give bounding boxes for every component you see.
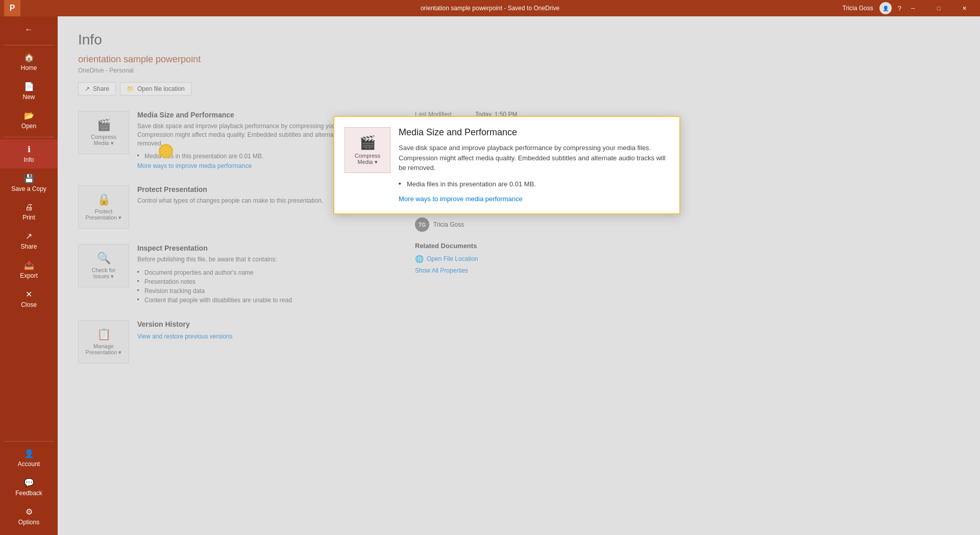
sidebar: ← 🏠 Home 📄 New 📂 Open ℹ Info 💾 S bbox=[0, 16, 58, 535]
titlebar-title: orientation sample powerpoint - Saved to… bbox=[421, 5, 559, 12]
last-modified-name: Tricia Goss bbox=[433, 221, 464, 228]
close-button[interactable]: ✕ bbox=[952, 0, 976, 16]
main-content: Info orientation sample powerpoint OneDr… bbox=[58, 16, 980, 535]
sidebar-item-share[interactable]: ↗ Share bbox=[0, 226, 58, 255]
inspect-bullet-3: Content that people with disabilities ar… bbox=[137, 296, 292, 305]
minimize-button[interactable]: ─ bbox=[901, 0, 925, 16]
file-location-label: Open File Location bbox=[427, 255, 478, 262]
protect-desc: Control what types of changes people can… bbox=[137, 197, 323, 205]
share-button[interactable]: ↗ Share bbox=[78, 82, 116, 95]
feedback-icon: 💬 bbox=[24, 478, 34, 488]
open-file-icon: 📁 bbox=[127, 85, 134, 92]
window-controls: ─ □ ✕ bbox=[901, 0, 976, 16]
sidebar-home-label: Home bbox=[20, 64, 37, 71]
sidebar-item-info[interactable]: ℹ Info bbox=[0, 139, 58, 168]
related-documents-section: Related Documents 🌐 Open File Location S… bbox=[415, 242, 568, 274]
sidebar-feedback-label: Feedback bbox=[15, 490, 42, 497]
titlebar: P orientation sample powerpoint - Saved … bbox=[0, 0, 980, 16]
share-btn-icon: ↗ bbox=[85, 85, 90, 92]
new-icon: 📄 bbox=[24, 82, 34, 91]
pointer-indicator bbox=[159, 144, 173, 158]
version-title: Version History bbox=[137, 320, 233, 328]
help-button[interactable]: ? bbox=[898, 5, 901, 12]
info-page: Info orientation sample powerpoint OneDr… bbox=[58, 16, 980, 535]
maximize-button[interactable]: □ bbox=[927, 0, 950, 16]
tooltip-bullets: Media files in this presentation are 0.0… bbox=[399, 179, 669, 189]
sidebar-item-export[interactable]: 📤 Export bbox=[0, 255, 58, 284]
compress-media-button[interactable]: 🎬 Compress Media ▾ bbox=[78, 111, 129, 154]
open-icon: 📂 bbox=[24, 111, 34, 120]
tooltip-description: Save disk space and improve playback per… bbox=[399, 143, 669, 173]
version-history-link[interactable]: View and restore previous versions bbox=[137, 333, 233, 340]
manage-icon: 📋 bbox=[97, 328, 111, 341]
version-history-section: 📋 Manage Presentation ▾ Version History … bbox=[78, 320, 395, 363]
action-buttons: ↗ Share 📁 Open file location bbox=[78, 82, 960, 95]
check-label: Check for Issues ▾ bbox=[91, 267, 115, 280]
inspect-bullet-2: Revision tracking data bbox=[137, 286, 292, 296]
protect-title: Protect Presentation bbox=[137, 185, 323, 193]
file-location-icon: 🌐 bbox=[415, 255, 424, 263]
manage-label: Manage Presentation ▾ bbox=[86, 343, 122, 356]
sidebar-item-home[interactable]: 🏠 Home bbox=[0, 47, 58, 77]
sidebar-account-label: Account bbox=[18, 460, 40, 468]
sidebar-share-label: Share bbox=[20, 243, 37, 250]
user-avatar[interactable]: 👤 bbox=[879, 2, 892, 14]
app-logo: P bbox=[4, 0, 20, 16]
sidebar-item-options[interactable]: ⚙ Options bbox=[0, 502, 58, 531]
compress-media-icon: 🎬 bbox=[97, 118, 111, 132]
sidebar-item-account[interactable]: 👤 Account bbox=[0, 444, 58, 473]
export-icon: 📤 bbox=[24, 260, 34, 270]
tooltip-title: Media Size and Performance bbox=[399, 127, 669, 138]
inspect-bullet-0: Document properties and author's name bbox=[137, 268, 292, 277]
sidebar-open-label: Open bbox=[21, 123, 36, 130]
account-icon: 👤 bbox=[24, 449, 34, 458]
sidebar-item-open[interactable]: 📂 Open bbox=[0, 106, 58, 135]
open-file-location-button[interactable]: 📁 Open file location bbox=[120, 82, 191, 95]
sidebar-close-label: Close bbox=[21, 301, 37, 308]
sidebar-print-label: Print bbox=[22, 214, 35, 221]
save-copy-icon: 💾 bbox=[24, 174, 34, 183]
tooltip-media-icon: 🎬 bbox=[359, 135, 376, 151]
document-title: orientation sample powerpoint bbox=[78, 54, 960, 65]
protect-presentation-button[interactable]: 🔒 Protect Presentation ▾ bbox=[78, 185, 129, 229]
options-icon: ⚙ bbox=[26, 507, 33, 517]
inspect-bullet-1: Presentation notes bbox=[137, 277, 292, 286]
document-location: OneDrive - Personal bbox=[78, 67, 960, 74]
related-docs-title: Related Documents bbox=[415, 242, 568, 250]
tooltip-link[interactable]: More ways to improve media performance bbox=[399, 195, 523, 203]
last-modified-avatar: TG bbox=[415, 217, 429, 232]
sidebar-options-label: Options bbox=[18, 519, 39, 526]
app-area: ← 🏠 Home 📄 New 📂 Open ℹ Info 💾 S bbox=[0, 16, 980, 535]
compress-media-tooltip: 🎬 Compress Media ▾ Media Size and Perfor… bbox=[333, 116, 680, 214]
protect-icon: 🔒 bbox=[97, 193, 111, 206]
compress-media-link[interactable]: More ways to improve media performance bbox=[137, 162, 252, 169]
tooltip-icon-box[interactable]: 🎬 Compress Media ▾ bbox=[345, 127, 390, 173]
inspect-bullets: Document properties and author's name Pr… bbox=[137, 268, 292, 305]
sidebar-item-close[interactable]: ✕ Close bbox=[0, 284, 58, 313]
show-all-properties-link[interactable]: Show All Properties bbox=[415, 267, 568, 274]
inspect-title: Inspect Presentation bbox=[137, 244, 292, 252]
check-issues-button[interactable]: 🔍 Check for Issues ▾ bbox=[78, 244, 129, 287]
sidebar-item-print[interactable]: 🖨 Print bbox=[0, 198, 58, 226]
compress-media-label: Compress Media ▾ bbox=[91, 134, 116, 147]
tooltip-icon-label: Compress Media ▾ bbox=[355, 153, 380, 165]
protect-content: Protect Presentation Control what types … bbox=[137, 185, 323, 209]
sidebar-back-button[interactable]: ← bbox=[0, 16, 58, 43]
sidebar-new-label: New bbox=[22, 93, 35, 101]
open-file-label: Open file location bbox=[137, 85, 185, 92]
sidebar-item-save-copy[interactable]: 💾 Save a Copy bbox=[0, 168, 58, 198]
open-file-location-link[interactable]: 🌐 Open File Location bbox=[415, 255, 568, 263]
sidebar-item-feedback[interactable]: 💬 Feedback bbox=[0, 473, 58, 502]
inspect-presentation-section: 🔍 Check for Issues ▾ Inspect Presentatio… bbox=[78, 244, 395, 305]
protect-label: Protect Presentation ▾ bbox=[86, 208, 122, 221]
share-icon: ↗ bbox=[26, 231, 32, 241]
close-doc-icon: ✕ bbox=[26, 289, 32, 299]
sidebar-info-label: Info bbox=[23, 156, 34, 163]
tooltip-inner: 🎬 Compress Media ▾ Media Size and Perfor… bbox=[345, 127, 669, 203]
sidebar-item-new[interactable]: 📄 New bbox=[0, 77, 58, 106]
share-btn-label: Share bbox=[93, 85, 109, 92]
sidebar-export-label: Export bbox=[20, 272, 38, 279]
back-icon: ← bbox=[25, 25, 33, 34]
sidebar-save-copy-label: Save a Copy bbox=[11, 185, 46, 192]
manage-presentation-button[interactable]: 📋 Manage Presentation ▾ bbox=[78, 320, 129, 363]
